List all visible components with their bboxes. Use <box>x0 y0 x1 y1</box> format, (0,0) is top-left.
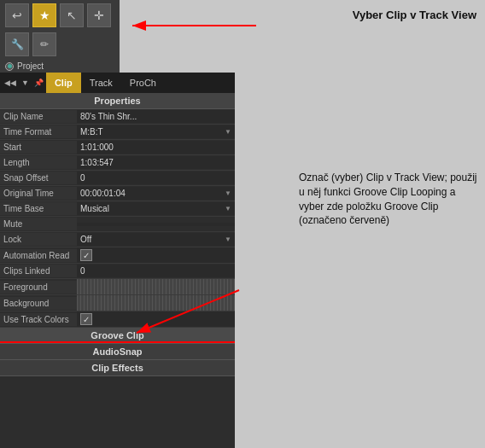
tab-nav-left[interactable]: ◀◀ <box>2 79 19 87</box>
prop-value-0: 80's Thin Shr... <box>77 110 235 123</box>
prop-row-6: Time BaseMusical▼ <box>0 201 235 217</box>
properties-container: Clip Name80's Thin Shr...Time FormatM:B:… <box>0 109 235 328</box>
prop-value-1[interactable]: M:B:T▼ <box>77 125 235 138</box>
toolbar-row2: 🔧 ✏ <box>0 31 120 58</box>
prop-row-5: Original Time00:00:01:04▼ <box>0 186 235 201</box>
tab-nav-pin[interactable]: 📌 <box>32 79 46 87</box>
audiosnap-row[interactable]: AudioSnap <box>0 344 235 360</box>
prop-value-5[interactable]: 00:00:01:04▼ <box>77 187 235 200</box>
arrow-top-svg <box>124 13 260 47</box>
groove-clip-underline <box>0 341 235 343</box>
prop-label-12: Background <box>0 297 77 310</box>
checkbox-9[interactable]: ✓ <box>80 249 92 261</box>
prop-row-9: Automation Read✓ <box>0 247 235 264</box>
checkbox-13[interactable]: ✓ <box>80 313 92 325</box>
prop-row-7: Mute <box>0 217 235 232</box>
tab-nav-down[interactable]: ▼ <box>19 79 32 87</box>
prop-value-9[interactable]: ✓ <box>77 247 235 263</box>
prop-value-6[interactable]: Musical▼ <box>77 202 235 215</box>
prop-label-9: Automation Read <box>0 249 77 262</box>
groove-clip-label: Groove Clip <box>91 330 143 340</box>
arrow-button[interactable]: ↖ <box>60 3 84 27</box>
prop-row-13: Use Track Colors✓ <box>0 311 235 328</box>
prop-row-3: Length1:03:547 <box>0 155 235 171</box>
undo-button[interactable]: ↩ <box>5 3 29 27</box>
prop-label-3: Length <box>0 156 77 169</box>
wrench-button[interactable]: 🔧 <box>5 32 29 56</box>
prop-label-1: Time Format <box>0 125 77 138</box>
prop-row-0: Clip Name80's Thin Shr... <box>0 109 235 125</box>
prop-value-3: 1:03:547 <box>77 156 235 169</box>
panel: ◀◀ ▼ 📌 Clip Track ProCh Properties Clip … <box>0 73 235 448</box>
prop-label-10: Clips Linked <box>0 265 77 277</box>
prop-label-8: Lock <box>0 233 77 246</box>
prop-row-12: Background <box>0 295 235 311</box>
prop-row-2: Start1:01:000 <box>0 140 235 155</box>
prop-value-4: 0 <box>77 172 235 184</box>
tab-clip[interactable]: Clip <box>46 73 81 93</box>
project-radio[interactable]: Project <box>5 61 114 71</box>
prop-label-6: Time Base <box>0 202 77 215</box>
prop-value-13[interactable]: ✓ <box>77 311 235 327</box>
prop-label-11: Foreground <box>0 281 77 294</box>
tab-bar: ◀◀ ▼ 📌 Clip Track ProCh <box>0 73 235 93</box>
toolbar-row1: ↩ ★ ↖ ✛ <box>0 0 120 31</box>
prop-label-7: Mute <box>0 218 77 230</box>
tab-track[interactable]: Track <box>81 73 121 93</box>
properties-header: Properties <box>0 93 235 109</box>
project-label: Project <box>17 61 44 71</box>
dropdown-arrow-5: ▼ <box>225 189 231 197</box>
prop-row-4: Snap Offset0 <box>0 171 235 186</box>
prop-label-5: Original Time <box>0 187 77 200</box>
prop-label-0: Clip Name <box>0 110 77 123</box>
dropdown-arrow-8: ▼ <box>225 236 231 243</box>
clip-effects-label: Clip Effects <box>91 363 143 373</box>
project-radio-dot <box>5 62 14 71</box>
prop-value-7 <box>77 223 235 226</box>
annotation-bottom: Označ (vyber) Clip v Track View; použij … <box>299 171 478 228</box>
tab-proch[interactable]: ProCh <box>121 73 165 93</box>
prop-row-8: LockOff▼ <box>0 232 235 247</box>
prop-value-8[interactable]: Off▼ <box>77 233 235 246</box>
prop-label-4: Snap Offset <box>0 172 77 184</box>
annotation-top: Vyber Clip v Track View <box>353 9 476 21</box>
prop-row-1: Time FormatM:B:T▼ <box>0 125 235 140</box>
prop-label-2: Start <box>0 141 77 154</box>
clip-effects-row[interactable]: Clip Effects <box>0 360 235 376</box>
prop-value-11[interactable] <box>77 279 235 294</box>
dropdown-arrow-6: ▼ <box>225 205 231 212</box>
prop-row-11: Foreground <box>0 279 235 295</box>
pencil-button[interactable]: ✏ <box>32 32 56 56</box>
toolbar: ↩ ★ ↖ ✛ 🔧 ✏ Project Selection <box>0 0 120 73</box>
groove-clip-row[interactable]: Groove Clip <box>0 328 235 344</box>
prop-value-10: 0 <box>77 265 235 277</box>
prop-row-10: Clips Linked0 <box>0 264 235 279</box>
prop-value-12[interactable] <box>77 295 235 311</box>
move-button[interactable]: ✛ <box>87 3 111 27</box>
dropdown-arrow-1: ▼ <box>225 128 231 136</box>
prop-value-2: 1:01:000 <box>77 141 235 154</box>
prop-label-13: Use Track Colors <box>0 313 77 326</box>
select-button[interactable]: ★ <box>32 3 56 27</box>
audiosnap-label: AudioSnap <box>92 346 142 357</box>
